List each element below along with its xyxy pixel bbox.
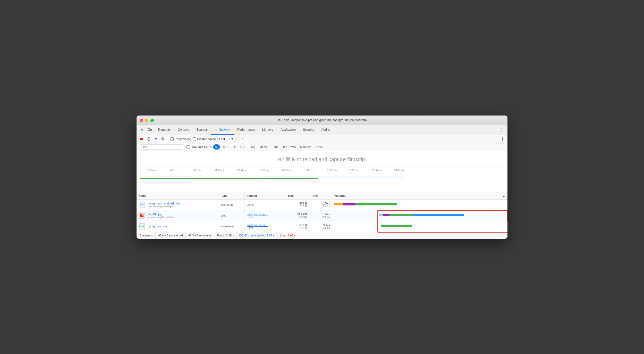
ruler-1000: 1000 ms — [237, 169, 247, 172]
hide-data-urls-checkbox[interactable]: Hide data URLs — [187, 145, 211, 149]
filter-js[interactable]: JS — [231, 144, 238, 150]
filter-input[interactable] — [139, 144, 185, 150]
minimize-button[interactable] — [145, 119, 148, 122]
wf-blue-2 — [413, 214, 464, 216]
clear-button[interactable] — [146, 136, 151, 142]
file-name-2[interactable]: cat_800.jpg — [147, 213, 176, 216]
td-waterfall-2 — [332, 210, 507, 221]
separator — [168, 137, 168, 141]
sb-resources: 61.3 KB resources — [186, 232, 215, 239]
wf-purple-2 — [383, 214, 389, 216]
disable-cache-checkbox[interactable]: Disable cache — [193, 137, 216, 141]
settings-button[interactable] — [500, 136, 505, 142]
filter-types: All XHR JS CSS Img Media Font Doc WS Man… — [213, 144, 325, 150]
devtools-tab-bar: Elements Console Sources ⚠ Network Perfo… — [137, 125, 507, 135]
td-time-3: 571 ms 570 ms — [309, 221, 332, 232]
td-time-2: 1.04 s 713 ms — [309, 210, 332, 221]
td-type-3: stylesheet — [219, 221, 245, 232]
waterfall-bars-1 — [332, 200, 507, 210]
td-type-1: document — [219, 200, 245, 210]
sb-dom-content-loaded: DOMContentLoaded: 1.06 s — [237, 232, 277, 239]
more-tabs-button[interactable]: ⋮ — [498, 126, 505, 134]
record-button[interactable]: ⏺ — [139, 136, 144, 142]
filter-css[interactable]: CSS — [239, 144, 248, 150]
table-header: Name Type Initiator Size Time Waterfall … — [137, 192, 507, 200]
dcl-marker — [262, 171, 262, 192]
tab-elements[interactable]: Elements — [154, 125, 174, 135]
tab-list: Elements Console Sources ⚠ Network Perfo… — [154, 125, 498, 135]
file-icon-html: <> — [139, 202, 145, 208]
waterfall-bars-2 — [332, 210, 507, 221]
td-waterfall-1 — [332, 200, 507, 210]
download-button[interactable]: ↓ — [247, 136, 253, 142]
maximize-button[interactable] — [150, 119, 154, 122]
device-icon[interactable] — [146, 126, 154, 134]
upload-button[interactable]: ↑ — [240, 136, 245, 142]
timeline-overview-bars — [139, 174, 505, 191]
tab-security[interactable]: Security — [299, 125, 318, 135]
tl-bar-green2 — [262, 178, 318, 179]
timeline-area: 200 ms 400 ms 600 ms 800 ms 1000 ms 1200… — [137, 168, 507, 192]
close-button[interactable] — [140, 119, 143, 122]
wf-green-3 — [381, 225, 412, 227]
warn-icon: ⚠ — [215, 128, 218, 131]
tab-audits[interactable]: Audits — [318, 125, 333, 135]
svg-rect-0 — [148, 129, 150, 130]
filter-xhr[interactable]: XHR — [221, 144, 230, 150]
filter-manifest[interactable]: Manifest — [298, 144, 313, 150]
filter-img[interactable]: Img — [249, 144, 257, 150]
status-bar: 3 requests 62.0 KB transferred 61.3 KB r… — [137, 232, 507, 239]
td-waterfall-3 — [332, 221, 507, 232]
tab-application[interactable]: Application — [277, 125, 299, 135]
th-time[interactable]: Time — [309, 192, 332, 199]
th-size[interactable]: Size — [286, 192, 309, 199]
load-marker — [312, 171, 312, 192]
tab-network[interactable]: ⚠ Network — [211, 125, 234, 135]
file-name-1[interactable]: background_preload.html — [147, 202, 180, 205]
sb-load: Load: 1.63 s — [277, 232, 299, 239]
td-initiator-2: background_pr... Parser — [245, 210, 286, 221]
ruler-400: 400 ms — [170, 169, 179, 172]
td-initiator-3: background_pr... Parser — [245, 221, 286, 232]
filter-other[interactable]: Other — [313, 144, 325, 150]
preserve-log-checkbox[interactable]: Preserve log — [170, 137, 191, 141]
th-name[interactable]: Name — [137, 192, 219, 199]
ruler-800: 800 ms — [215, 169, 224, 172]
svg-point-4 — [162, 138, 164, 140]
tab-sources[interactable]: Sources — [193, 125, 211, 135]
filter-all[interactable]: All — [213, 144, 220, 150]
ruler-1400: 1400 ms — [282, 169, 292, 172]
filter-media[interactable]: Media — [258, 144, 269, 150]
filter-ws[interactable]: WS — [289, 144, 298, 150]
ruler-200: 200 ms — [147, 169, 156, 172]
separator2 — [238, 137, 238, 141]
th-initiator[interactable]: Initiator — [245, 192, 286, 199]
ruler-1200: 1200 ms — [259, 169, 269, 172]
waterfall-bars-3 — [332, 221, 507, 232]
filter-font[interactable]: Font — [270, 144, 279, 150]
th-type[interactable]: Type — [219, 192, 245, 199]
tl-bar-green1 — [140, 178, 262, 179]
tab-console[interactable]: Console — [174, 125, 193, 135]
filmstrip-area: Hit ⌘ R to reload and capture filmstrip. — [137, 151, 507, 168]
wf-lightblue-2 — [379, 214, 383, 216]
svg-point-6 — [502, 138, 503, 140]
svg-line-5 — [164, 139, 165, 141]
td-name-1: <> background_preload.html responsive-pr… — [137, 200, 219, 210]
th-waterfall[interactable]: Waterfall ▲ — [332, 192, 507, 199]
table-row: 🖼 cat_800.jpg yoavweiss.github.io/ima...… — [137, 210, 507, 221]
tab-memory[interactable]: Memory — [259, 125, 277, 135]
filter-doc[interactable]: Doc — [280, 144, 289, 150]
svg-rect-1 — [151, 129, 152, 130]
search-button[interactable] — [160, 136, 166, 142]
tab-performance[interactable]: Performance — [234, 125, 259, 135]
tl-bar-orange — [140, 177, 162, 177]
inspect-icon[interactable] — [139, 126, 146, 134]
filter-icon-button[interactable] — [153, 136, 159, 142]
file-name-3[interactable]: background.css — [147, 225, 168, 228]
td-size-2: 60.7 KB 60.3 KB — [286, 210, 309, 221]
title-bar: DevTools - responsive-preload.glitch.me/… — [137, 116, 507, 125]
filter-bar: Hide data URLs All XHR JS CSS Img Media … — [137, 143, 507, 151]
sb-finish: Finish: 2.09 s — [214, 232, 236, 239]
throttle-select[interactable]: Fast 3G ▼ — [217, 136, 235, 142]
